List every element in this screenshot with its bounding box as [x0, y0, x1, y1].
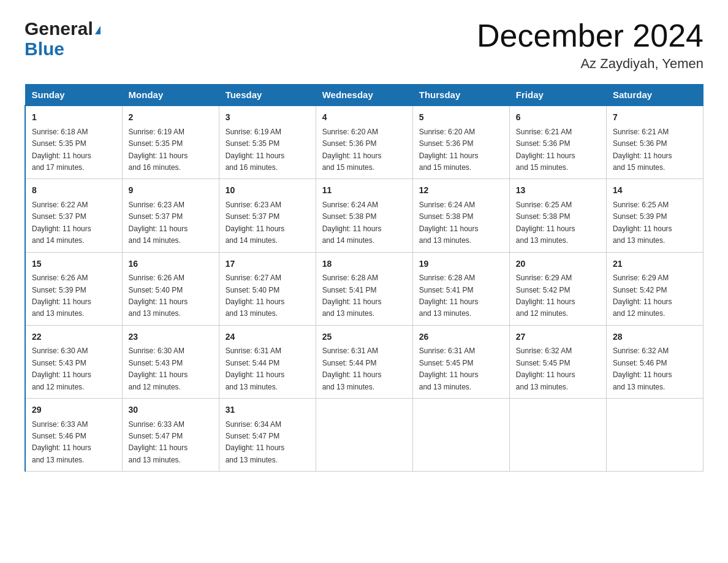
header-wednesday: Wednesday	[316, 85, 412, 106]
table-row: 26Sunrise: 6:31 AMSunset: 5:45 PMDayligh…	[412, 325, 509, 398]
header-saturday: Saturday	[606, 85, 703, 106]
calendar-body: 1Sunrise: 6:18 AMSunset: 5:35 PMDaylight…	[25, 105, 703, 471]
day-number: 9	[129, 184, 213, 197]
day-info: Sunrise: 6:32 AMSunset: 5:45 PMDaylight:…	[516, 347, 575, 391]
header-sunday: Sunday	[25, 85, 122, 106]
day-info: Sunrise: 6:20 AMSunset: 5:36 PMDaylight:…	[419, 128, 479, 172]
table-row	[509, 398, 606, 471]
day-number: 5	[419, 111, 503, 124]
day-number: 2	[129, 111, 213, 124]
table-row: 13Sunrise: 6:25 AMSunset: 5:38 PMDayligh…	[509, 179, 606, 252]
day-info: Sunrise: 6:28 AMSunset: 5:41 PMDaylight:…	[419, 274, 479, 318]
day-info: Sunrise: 6:31 AMSunset: 5:44 PMDaylight:…	[226, 347, 285, 391]
day-info: Sunrise: 6:24 AMSunset: 5:38 PMDaylight:…	[419, 201, 479, 245]
day-number: 8	[32, 184, 116, 197]
table-row: 15Sunrise: 6:26 AMSunset: 5:39 PMDayligh…	[25, 252, 122, 325]
day-number: 3	[226, 111, 309, 124]
day-info: Sunrise: 6:26 AMSunset: 5:40 PMDaylight:…	[129, 274, 188, 318]
day-info: Sunrise: 6:25 AMSunset: 5:38 PMDaylight:…	[516, 201, 575, 245]
logo-blue: Blue	[25, 39, 100, 59]
table-row	[606, 398, 703, 471]
table-row	[316, 398, 412, 471]
day-number: 28	[613, 331, 697, 344]
day-number: 1	[32, 111, 116, 124]
calendar-header: Sunday Monday Tuesday Wednesday Thursday…	[25, 85, 703, 106]
day-info: Sunrise: 6:31 AMSunset: 5:44 PMDaylight:…	[322, 347, 382, 391]
table-row: 30Sunrise: 6:33 AMSunset: 5:47 PMDayligh…	[122, 398, 219, 471]
day-number: 24	[226, 331, 309, 344]
table-row: 3Sunrise: 6:19 AMSunset: 5:35 PMDaylight…	[219, 105, 316, 179]
table-row: 1Sunrise: 6:18 AMSunset: 5:35 PMDaylight…	[25, 105, 122, 179]
day-number: 19	[419, 258, 503, 271]
day-number: 15	[32, 258, 116, 271]
table-row: 4Sunrise: 6:20 AMSunset: 5:36 PMDaylight…	[316, 105, 412, 179]
table-row: 8Sunrise: 6:22 AMSunset: 5:37 PMDaylight…	[25, 179, 122, 252]
table-row: 19Sunrise: 6:28 AMSunset: 5:41 PMDayligh…	[412, 252, 509, 325]
day-info: Sunrise: 6:28 AMSunset: 5:41 PMDaylight:…	[322, 274, 382, 318]
day-number: 6	[516, 111, 600, 124]
table-row: 10Sunrise: 6:23 AMSunset: 5:37 PMDayligh…	[219, 179, 316, 252]
table-row: 17Sunrise: 6:27 AMSunset: 5:40 PMDayligh…	[219, 252, 316, 325]
header-friday: Friday	[509, 85, 606, 106]
table-row: 31Sunrise: 6:34 AMSunset: 5:47 PMDayligh…	[219, 398, 316, 471]
day-number: 4	[322, 111, 406, 124]
table-row: 22Sunrise: 6:30 AMSunset: 5:43 PMDayligh…	[25, 325, 122, 398]
day-info: Sunrise: 6:25 AMSunset: 5:39 PMDaylight:…	[613, 201, 672, 245]
month-title: December 2024	[477, 18, 703, 53]
day-number: 31	[226, 404, 309, 417]
day-number: 21	[613, 258, 697, 271]
table-row: 5Sunrise: 6:20 AMSunset: 5:36 PMDaylight…	[412, 105, 509, 179]
day-number: 7	[613, 111, 697, 124]
table-row: 25Sunrise: 6:31 AMSunset: 5:44 PMDayligh…	[316, 325, 412, 398]
day-number: 14	[613, 184, 697, 197]
day-info: Sunrise: 6:24 AMSunset: 5:38 PMDaylight:…	[322, 201, 382, 245]
title-block: December 2024 Az Zaydiyah, Yemen	[477, 18, 703, 72]
day-number: 25	[322, 331, 406, 344]
table-row: 28Sunrise: 6:32 AMSunset: 5:46 PMDayligh…	[606, 325, 703, 398]
location: Az Zaydiyah, Yemen	[477, 56, 703, 72]
day-info: Sunrise: 6:20 AMSunset: 5:36 PMDaylight:…	[322, 128, 382, 172]
header-tuesday: Tuesday	[219, 85, 316, 106]
table-row: 23Sunrise: 6:30 AMSunset: 5:43 PMDayligh…	[122, 325, 219, 398]
day-info: Sunrise: 6:19 AMSunset: 5:35 PMDaylight:…	[226, 128, 285, 172]
day-info: Sunrise: 6:33 AMSunset: 5:47 PMDaylight:…	[129, 420, 188, 464]
table-row: 12Sunrise: 6:24 AMSunset: 5:38 PMDayligh…	[412, 179, 509, 252]
table-row: 18Sunrise: 6:28 AMSunset: 5:41 PMDayligh…	[316, 252, 412, 325]
table-row: 16Sunrise: 6:26 AMSunset: 5:40 PMDayligh…	[122, 252, 219, 325]
day-info: Sunrise: 6:23 AMSunset: 5:37 PMDaylight:…	[129, 201, 188, 245]
table-row: 24Sunrise: 6:31 AMSunset: 5:44 PMDayligh…	[219, 325, 316, 398]
day-number: 17	[226, 258, 309, 271]
day-number: 20	[516, 258, 600, 271]
header-monday: Monday	[122, 85, 219, 106]
table-row: 27Sunrise: 6:32 AMSunset: 5:45 PMDayligh…	[509, 325, 606, 398]
table-row: 2Sunrise: 6:19 AMSunset: 5:35 PMDaylight…	[122, 105, 219, 179]
day-info: Sunrise: 6:27 AMSunset: 5:40 PMDaylight:…	[226, 274, 285, 318]
day-info: Sunrise: 6:29 AMSunset: 5:42 PMDaylight:…	[516, 274, 575, 318]
table-row: 6Sunrise: 6:21 AMSunset: 5:36 PMDaylight…	[509, 105, 606, 179]
day-number: 29	[32, 404, 116, 417]
day-info: Sunrise: 6:18 AMSunset: 5:35 PMDaylight:…	[32, 128, 91, 172]
day-number: 23	[129, 331, 213, 344]
table-row: 29Sunrise: 6:33 AMSunset: 5:46 PMDayligh…	[25, 398, 122, 471]
table-row: 9Sunrise: 6:23 AMSunset: 5:37 PMDaylight…	[122, 179, 219, 252]
table-row: 14Sunrise: 6:25 AMSunset: 5:39 PMDayligh…	[606, 179, 703, 252]
table-row: 7Sunrise: 6:21 AMSunset: 5:36 PMDaylight…	[606, 105, 703, 179]
table-row: 21Sunrise: 6:29 AMSunset: 5:42 PMDayligh…	[606, 252, 703, 325]
day-number: 16	[129, 258, 213, 271]
day-info: Sunrise: 6:30 AMSunset: 5:43 PMDaylight:…	[32, 347, 91, 391]
day-info: Sunrise: 6:31 AMSunset: 5:45 PMDaylight:…	[419, 347, 479, 391]
table-row: 11Sunrise: 6:24 AMSunset: 5:38 PMDayligh…	[316, 179, 412, 252]
day-number: 22	[32, 331, 116, 344]
page-header: General Blue December 2024 Az Zaydiyah, …	[25, 18, 703, 72]
day-info: Sunrise: 6:33 AMSunset: 5:46 PMDaylight:…	[32, 420, 91, 464]
day-info: Sunrise: 6:30 AMSunset: 5:43 PMDaylight:…	[129, 347, 188, 391]
table-row	[412, 398, 509, 471]
day-number: 18	[322, 258, 406, 271]
day-info: Sunrise: 6:26 AMSunset: 5:39 PMDaylight:…	[32, 274, 91, 318]
day-info: Sunrise: 6:19 AMSunset: 5:35 PMDaylight:…	[129, 128, 188, 172]
day-info: Sunrise: 6:32 AMSunset: 5:46 PMDaylight:…	[613, 347, 672, 391]
logo: General Blue	[25, 18, 100, 59]
calendar-table: Sunday Monday Tuesday Wednesday Thursday…	[25, 84, 703, 472]
logo-general: General	[25, 18, 100, 39]
day-info: Sunrise: 6:22 AMSunset: 5:37 PMDaylight:…	[32, 201, 91, 245]
